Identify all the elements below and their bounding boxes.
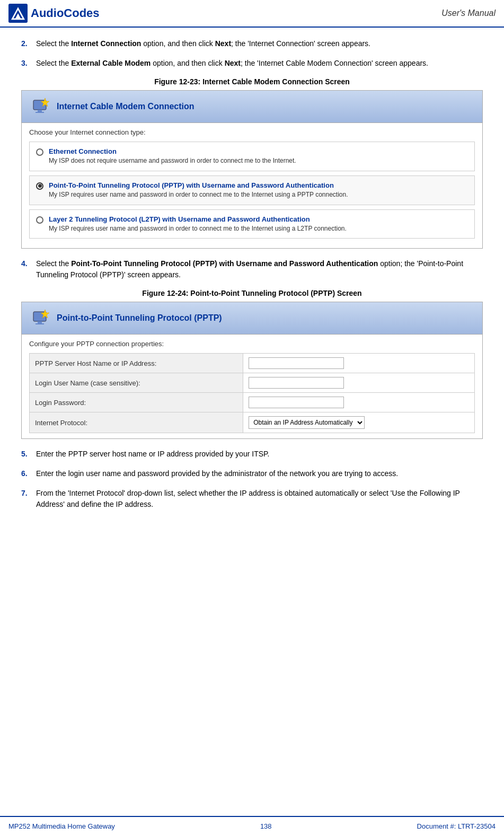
audiocodes-logo-icon — [8, 4, 28, 23]
step-3-bold2: Next — [225, 59, 241, 67]
pptp-row-server: PPTP Server Host Name or IP Address: — [30, 354, 475, 373]
pptp-field-username — [243, 373, 475, 393]
cable-modem-subtitle: Choose your Internet connection type: — [29, 128, 475, 136]
radio-option-l2tp[interactable]: Layer 2 Tunneling Protocol (L2TP) with U… — [29, 209, 475, 239]
step-7-text: From the 'Internet Protocol' drop-down l… — [36, 488, 483, 510]
pptp-field-protocol: Obtain an IP Address Automatically Use t… — [243, 412, 475, 433]
cable-modem-screen-body: Choose your Internet connection type: Et… — [22, 123, 482, 248]
step-6-text: Enter the login user name and password p… — [36, 468, 483, 479]
step-5-text: Enter the PPTP server host name or IP ad… — [36, 449, 483, 460]
figure-1-caption: Figure 12-23: Internet Cable Modem Conne… — [21, 77, 483, 86]
header-title: User's Manual — [441, 8, 496, 18]
pptp-row-password: Login Password: — [30, 393, 475, 412]
step-7: 7. From the 'Internet Protocol' drop-dow… — [21, 488, 483, 510]
figure-2-caption: Figure 12-24: Point-to-Point Tunneling P… — [21, 289, 483, 297]
footer-right: Document #: LTRT-23504 — [417, 822, 496, 830]
pptp-screen-body: Configure your PPTP connection propertie… — [22, 335, 482, 438]
radio-pptp-desc: My ISP requires user name and password i… — [49, 190, 348, 199]
page-header: AudioCodes User's Manual — [0, 0, 504, 28]
step-7-num: 7. — [21, 488, 36, 510]
radio-ethernet-circle[interactable] — [36, 148, 43, 156]
pptp-label-server: PPTP Server Host Name or IP Address: — [30, 354, 243, 373]
pptp-form-table: PPTP Server Host Name or IP Address: Log… — [29, 353, 475, 433]
step-3-text: Select the External Cable Modem option, … — [36, 58, 483, 69]
step-4-num: 4. — [21, 258, 36, 280]
step-3-num: 3. — [21, 58, 36, 69]
pptp-field-server — [243, 354, 475, 373]
step-3-bold1: External Cable Modem — [71, 59, 151, 67]
radio-pptp-circle[interactable] — [36, 182, 43, 190]
pptp-row-protocol: Internet Protocol: Obtain an IP Address … — [30, 412, 475, 433]
logo-text: AudioCodes — [31, 6, 100, 20]
radio-l2tp-desc: My ISP requires user name and password i… — [49, 224, 347, 233]
pptp-label-protocol: Internet Protocol: — [30, 412, 243, 433]
pptp-label-password: Login Password: — [30, 393, 243, 412]
pptp-field-password — [243, 393, 475, 412]
cable-modem-icon — [30, 96, 51, 117]
radio-option-ethernet[interactable]: Ethernet Connection My ISP does not requ… — [29, 142, 475, 171]
svg-rect-9 — [36, 323, 44, 324]
pptp-select-protocol[interactable]: Obtain an IP Address Automatically Use t… — [249, 416, 365, 429]
pptp-label-username: Login User Name (case sensitive): — [30, 373, 243, 393]
step-4-bold1: Point-To-Point Tunneling Protocol (PPTP)… — [71, 259, 378, 268]
page-footer: MP252 Multimedia Home Gateway 138 Docume… — [0, 816, 504, 835]
svg-rect-4 — [38, 110, 42, 112]
pptp-screen-title: Point-to-Point Tunneling Protocol (PPTP) — [57, 313, 222, 323]
pptp-input-username[interactable] — [249, 377, 344, 389]
step-3: 3. Select the External Cable Modem optio… — [21, 58, 483, 69]
pptp-screen: Point-to-Point Tunneling Protocol (PPTP)… — [21, 302, 483, 439]
logo-area: AudioCodes — [8, 4, 100, 23]
radio-l2tp-circle[interactable] — [36, 216, 43, 224]
pptp-input-server[interactable] — [249, 357, 344, 369]
radio-ethernet-text: Ethernet Connection My ISP does not requ… — [49, 147, 296, 165]
svg-rect-8 — [38, 321, 42, 323]
cable-modem-screen-header: Internet Cable Modem Connection — [22, 91, 482, 123]
step-2-bold2: Next — [215, 39, 231, 48]
radio-l2tp-title: Layer 2 Tunneling Protocol (L2TP) with U… — [49, 215, 347, 223]
footer-left: MP252 Multimedia Home Gateway — [8, 822, 115, 830]
step-2-num: 2. — [21, 38, 36, 49]
cable-modem-screen-title: Internet Cable Modem Connection — [57, 102, 194, 111]
pptp-row-username: Login User Name (case sensitive): — [30, 373, 475, 393]
pptp-icon — [30, 307, 51, 329]
footer-center: 138 — [260, 822, 272, 830]
step-5-num: 5. — [21, 449, 36, 460]
pptp-screen-header: Point-to-Point Tunneling Protocol (PPTP) — [22, 302, 482, 335]
radio-ethernet-title: Ethernet Connection — [49, 147, 296, 155]
step-2-bold1: Internet Connection — [71, 39, 141, 48]
step-4-text: Select the Point-To-Point Tunneling Prot… — [36, 258, 483, 280]
radio-ethernet-desc: My ISP does not require username and pas… — [49, 156, 296, 165]
step-5: 5. Enter the PPTP server host name or IP… — [21, 449, 483, 460]
pptp-subtitle: Configure your PPTP connection propertie… — [29, 340, 475, 348]
radio-pptp-text: Point-To-Point Tunneling Protocol (PPTP)… — [49, 181, 348, 199]
radio-pptp-title: Point-To-Point Tunneling Protocol (PPTP)… — [49, 181, 348, 189]
radio-l2tp-text: Layer 2 Tunneling Protocol (L2TP) with U… — [49, 215, 347, 233]
cable-modem-screen: Internet Cable Modem Connection Choose y… — [21, 90, 483, 249]
step-4: 4. Select the Point-To-Point Tunneling P… — [21, 258, 483, 280]
svg-rect-5 — [36, 112, 44, 113]
step-2-text: Select the Internet Connection option, a… — [36, 38, 483, 49]
step-2: 2. Select the Internet Connection option… — [21, 38, 483, 49]
radio-option-pptp[interactable]: Point-To-Point Tunneling Protocol (PPTP)… — [29, 175, 475, 205]
step-6-num: 6. — [21, 468, 36, 479]
step-6: 6. Enter the login user name and passwor… — [21, 468, 483, 479]
main-content: 2. Select the Internet Connection option… — [0, 28, 504, 550]
pptp-input-password[interactable] — [249, 397, 344, 408]
